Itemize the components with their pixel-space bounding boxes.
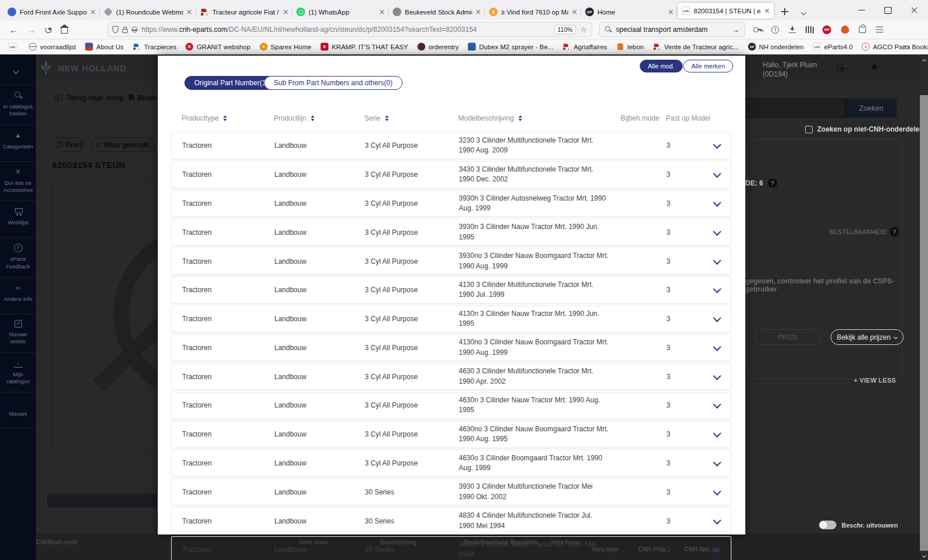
table-row[interactable]: Tractoren Landbouw 3 Cyl All Purpose 393… <box>171 248 731 275</box>
bookmark-item[interactable]: Agriaffaires <box>562 42 607 51</box>
bookmark-item[interactable]: DP NH onderdelen <box>748 42 804 51</box>
forward-button[interactable]: → <box>27 25 36 35</box>
expand-description-toggle-row[interactable]: Beschr. uitvouwen <box>819 521 898 529</box>
column-header-serie[interactable]: Serie <box>364 114 458 123</box>
browser-tab[interactable]: DP Home <box>581 3 677 20</box>
tab-close-icon[interactable] <box>668 9 673 14</box>
table-row[interactable]: Tractoren Landbouw 3 Cyl All Purpose 393… <box>171 219 731 246</box>
site-container-icon[interactable] <box>132 27 137 32</box>
bookmark-item[interactable]: 1 AGCO Parts Books <box>861 42 928 51</box>
bookmark-item[interactable]: Tracpieces <box>132 42 176 51</box>
scroll-up-icon[interactable] <box>920 56 928 65</box>
table-row[interactable]: Tractoren Landbouw 30 Series 3930 3 Cili… <box>171 478 731 506</box>
search-input[interactable]: speciaal transport amsterdam <box>616 26 727 34</box>
url-text[interactable]: https://www.cnh-eparts.com/DC-NA/EU/NL/n… <box>142 26 550 34</box>
part-search-input[interactable] <box>46 493 158 508</box>
browser-tab[interactable]: (1) Roundcube Webmail :: V <box>100 3 196 20</box>
scrollbar-thumb[interactable] <box>920 65 928 95</box>
browser-tab[interactable]: (1) WhatsApp <box>292 3 389 20</box>
zoom-level-badge[interactable]: 110% <box>554 25 576 34</box>
bookmark-item[interactable]: cnh eParts4.0 <box>813 42 853 51</box>
table-row[interactable]: Tractoren Landbouw 3 Cyl All Purpose 393… <box>171 190 731 217</box>
bookmark-item[interactable]: K KRAMP. IT'S THAT EASY <box>320 42 408 51</box>
tab-close-icon[interactable] <box>379 9 385 14</box>
view-less-link[interactable]: + VIEW LESS <box>854 377 896 384</box>
tab-sub-from-part-numbers[interactable]: Sub From Part Numbers and others(0) <box>264 76 403 90</box>
bookmark-item[interactable]: cnh <box>8 42 20 51</box>
table-row[interactable]: Tractoren Landbouw 3 Cyl All Purpose 413… <box>171 306 731 333</box>
sidebar-item[interactable]: ▲ Categorieën <box>0 125 36 161</box>
row-expand-chevron-icon[interactable] <box>713 401 721 409</box>
logout-icon[interactable] <box>837 64 844 71</box>
tab-close-icon[interactable] <box>283 9 288 14</box>
help-badge-icon[interactable]: ? <box>768 179 777 188</box>
browser-tab[interactable]: Ford Front Axle Support - Be <box>3 3 100 20</box>
tab-close-icon[interactable] <box>90 9 96 14</box>
sidebar-item[interactable]: ∞ Andere Info <box>0 277 36 314</box>
window-restore-button[interactable] <box>875 0 901 20</box>
bookmark-item[interactable]: About Us <box>85 42 124 51</box>
sidebar-item[interactable]: ✕ DIA-kits en Accessoires <box>0 161 36 201</box>
sort-icon[interactable] <box>385 114 389 123</box>
print-button[interactable]: Print <box>55 137 84 152</box>
library-icon[interactable] <box>806 26 807 33</box>
lock-icon[interactable] <box>122 29 128 33</box>
sidebar-item[interactable]: ↗ Nieuwe sessie <box>0 314 36 352</box>
row-expand-chevron-icon[interactable] <box>713 545 721 553</box>
page-scrollbar[interactable] <box>920 56 928 560</box>
bookmark-item[interactable]: Vente de Tracteur agric... <box>652 42 739 51</box>
non-cnh-checkbox[interactable] <box>805 126 813 133</box>
reload-button[interactable] <box>45 27 52 33</box>
extension-icon[interactable] <box>841 26 849 34</box>
sidebar-collapse-chevron-icon[interactable] <box>14 65 18 75</box>
table-row[interactable]: Tractoren Landbouw 3 Cyl All Purpose 463… <box>171 363 731 390</box>
history-clock-icon[interactable] <box>771 26 779 34</box>
expand-description-toggle[interactable] <box>819 521 836 529</box>
column-header-productlijn[interactable]: Productlijn <box>274 114 364 123</box>
view-all-prices-button[interactable]: Bekijk alle prijzen <box>831 329 904 345</box>
browser-tab[interactable]: Tracteur agricole Fiat / Fiata <box>196 3 292 20</box>
table-row[interactable]: Tractoren Landbouw 3 Cyl All Purpose 463… <box>171 421 731 448</box>
bookmark-star-icon[interactable]: ☆ <box>580 26 587 34</box>
row-expand-chevron-icon[interactable] <box>713 430 721 438</box>
back-to-previous-link[interactable]: Terug naar vorig <box>55 94 124 102</box>
where-used-button[interactable]: Waar gebruikt <box>91 137 155 152</box>
sidebar-item[interactable]: In catalogus zoeken <box>0 85 36 125</box>
menu-hamburger-icon[interactable] <box>876 27 883 28</box>
search-box[interactable]: speciaal transport amsterdam → <box>599 22 745 37</box>
window-close-button[interactable] <box>901 0 928 20</box>
extensions-puzzle-icon[interactable] <box>859 26 866 33</box>
row-expand-chevron-icon[interactable] <box>713 227 721 235</box>
table-row[interactable]: Tractoren Landbouw 3 Cyl All Purpose 413… <box>171 277 731 304</box>
tab-close-icon[interactable] <box>764 8 770 13</box>
bookmark-item[interactable]: orderentry <box>417 42 459 51</box>
row-expand-chevron-icon[interactable] <box>713 170 721 178</box>
downloads-icon[interactable] <box>789 26 796 33</box>
row-expand-chevron-icon[interactable] <box>713 458 721 466</box>
sort-icon[interactable] <box>519 114 522 123</box>
back-button[interactable]: ← <box>9 25 18 35</box>
table-row[interactable]: Tractoren Landbouw 3 Cyl All Purpose 413… <box>171 334 731 361</box>
new-tab-button[interactable] <box>778 5 791 18</box>
row-expand-chevron-icon[interactable] <box>713 285 721 293</box>
tab-close-icon[interactable] <box>572 9 577 14</box>
row-expand-chevron-icon[interactable] <box>713 516 721 524</box>
table-row[interactable]: Tractoren Landbouw 3 Cyl All Purpose 463… <box>171 392 731 419</box>
bookmark-item[interactable]: Dubex M2 sprayer - Be... <box>467 42 553 51</box>
row-expand-chevron-icon[interactable] <box>713 141 721 149</box>
availability-help-icon[interactable]: ? <box>890 227 899 237</box>
browser-tab[interactable]: 2 ≥ Vind ford 7610 op Marktpl <box>485 3 581 20</box>
sidebar-item[interactable]: Werklijst <box>0 201 36 237</box>
column-header-producttype[interactable]: Producttype <box>182 114 274 123</box>
passwords-key-icon[interactable] <box>753 27 762 32</box>
bookmark-item[interactable]: lebon <box>616 42 644 51</box>
row-expand-chevron-icon[interactable] <box>713 256 721 264</box>
row-expand-chevron-icon[interactable] <box>713 343 721 351</box>
home-button[interactable] <box>61 28 68 34</box>
table-row[interactable]: Tractoren Landbouw 3 Cyl All Purpose 463… <box>171 450 731 477</box>
all-models-filter-button[interactable]: Alle mod. <box>640 60 683 72</box>
scroll-down-icon[interactable] <box>920 551 928 560</box>
tab-close-icon[interactable] <box>187 9 192 14</box>
price-button[interactable]: PRIJS <box>754 329 821 345</box>
row-expand-chevron-icon[interactable] <box>713 198 721 206</box>
